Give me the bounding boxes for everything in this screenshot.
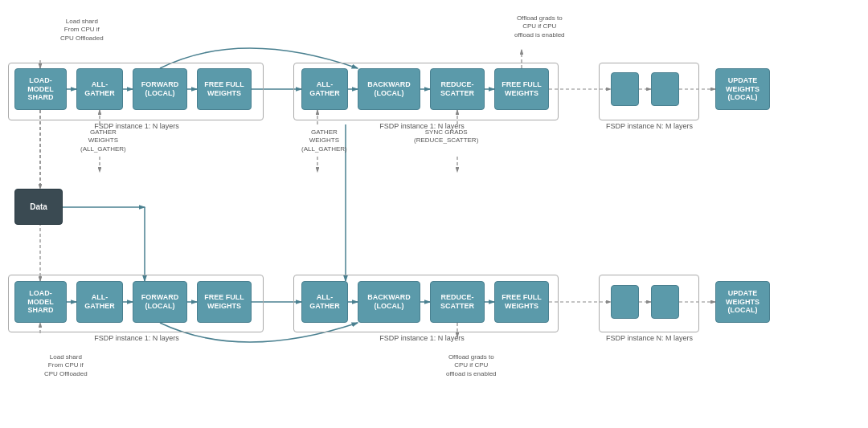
annotation-gather-weights-1: GATHERWEIGHTS(ALL_GATHER) [80,128,126,153]
bottom-small-2 [651,285,679,319]
top-small-2 [651,72,679,106]
annotation-load-shard-top: Load shardFrom CPU ifCPU Offloaded [60,18,104,43]
bottom-all-gather-2: ALL-GATHER [301,281,348,323]
bottom-small-1 [611,285,639,319]
top-free-full-weights-2: FREE FULLWEIGHTS [494,68,549,110]
bottom-reduce-scatter: REDUCE-SCATTER [430,281,485,323]
fsdp-label-top-1: FSDP instance 1: N layers [52,122,221,130]
bottom-load-model-shard: LOAD-MODELSHARD [14,281,67,323]
annotation-gather-weights-2: GATHERWEIGHTS(ALL_GATHER) [301,128,347,153]
top-small-1 [611,72,639,106]
top-reduce-scatter: REDUCE-SCATTER [430,68,485,110]
top-backward: BACKWARD(LOCAL) [358,68,420,110]
bottom-free-full-weights-2: FREE FULLWEIGHTS [494,281,549,323]
data-box: Data [14,189,63,225]
top-all-gather-1: ALL-GATHER [76,68,123,110]
annotation-sync-grads: SYNC GRADS(REDUCE_SCATTER) [414,128,478,145]
fsdp-label-top-3: FSDP instance N: M layers [601,122,698,130]
bottom-backward: BACKWARD(LOCAL) [358,281,420,323]
top-load-model-shard: LOAD-MODELSHARD [14,68,67,110]
top-forward: FORWARD(LOCAL) [133,68,187,110]
top-free-full-weights-1: FREE FULLWEIGHTS [197,68,252,110]
top-all-gather-2: ALL-GATHER [301,68,348,110]
annotation-offload-grads-bottom: Offload grads toCPU if CPUoffload is ena… [446,353,497,378]
bottom-free-full-weights-1: FREE FULLWEIGHTS [197,281,252,323]
fsdp-label-bottom-1: FSDP instance 1: N layers [52,334,221,342]
bottom-forward: FORWARD(LOCAL) [133,281,187,323]
top-update-weights: UPDATEWEIGHTS(LOCAL) [715,68,770,110]
diagram-container: FSDP instance 1: N layers FSDP instance … [0,0,868,428]
fsdp-label-bottom-2: FSDP instance 1: N layers [321,334,522,342]
fsdp-label-bottom-3: FSDP instance N: M layers [601,334,698,342]
bottom-update-weights: UPDATEWEIGHTS(LOCAL) [715,281,770,323]
annotation-offload-grads-top: Offload grads toCPU if CPUoffload is ena… [514,14,565,39]
bottom-all-gather-1: ALL-GATHER [76,281,123,323]
annotation-load-shard-bottom: Load shardFrom CPU ifCPU Offloaded [44,353,88,378]
